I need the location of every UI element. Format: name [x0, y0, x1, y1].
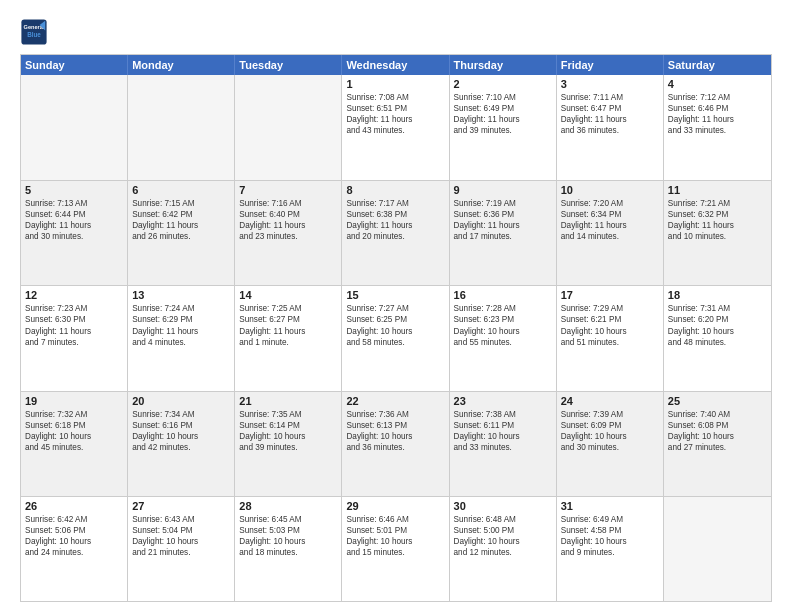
cell-line: Sunrise: 7:19 AM [454, 198, 552, 209]
day-number: 6 [132, 184, 230, 196]
cell-line: and 7 minutes. [25, 337, 123, 348]
cell-line: Sunrise: 6:45 AM [239, 514, 337, 525]
day-number: 19 [25, 395, 123, 407]
cell-line: Daylight: 11 hours [561, 114, 659, 125]
cell-line: Sunset: 6:38 PM [346, 209, 444, 220]
day-number: 22 [346, 395, 444, 407]
cell-line: Sunrise: 6:42 AM [25, 514, 123, 525]
cell-line: Daylight: 10 hours [132, 536, 230, 547]
calendar-cell: 27Sunrise: 6:43 AMSunset: 5:04 PMDayligh… [128, 497, 235, 601]
cell-line: Sunset: 6:29 PM [132, 314, 230, 325]
cell-line: Sunset: 6:44 PM [25, 209, 123, 220]
header: General Blue [20, 18, 772, 46]
calendar-header-cell: Saturday [664, 55, 771, 75]
calendar-cell: 8Sunrise: 7:17 AMSunset: 6:38 PMDaylight… [342, 181, 449, 285]
calendar-cell: 24Sunrise: 7:39 AMSunset: 6:09 PMDayligh… [557, 392, 664, 496]
calendar-cell: 15Sunrise: 7:27 AMSunset: 6:25 PMDayligh… [342, 286, 449, 390]
cell-line: Sunrise: 7:13 AM [25, 198, 123, 209]
calendar-week: 19Sunrise: 7:32 AMSunset: 6:18 PMDayligh… [21, 391, 771, 496]
cell-line: Sunset: 6:47 PM [561, 103, 659, 114]
cell-line: and 36 minutes. [561, 125, 659, 136]
cell-line: Sunset: 6:40 PM [239, 209, 337, 220]
cell-line: and 30 minutes. [25, 231, 123, 242]
day-number: 4 [668, 78, 767, 90]
cell-line: Sunset: 6:42 PM [132, 209, 230, 220]
cell-line: and 43 minutes. [346, 125, 444, 136]
cell-line: Daylight: 10 hours [561, 326, 659, 337]
day-number: 7 [239, 184, 337, 196]
calendar-cell: 25Sunrise: 7:40 AMSunset: 6:08 PMDayligh… [664, 392, 771, 496]
calendar-cell: 22Sunrise: 7:36 AMSunset: 6:13 PMDayligh… [342, 392, 449, 496]
calendar-header-cell: Monday [128, 55, 235, 75]
cell-line: Sunrise: 7:08 AM [346, 92, 444, 103]
cell-line: Daylight: 10 hours [346, 536, 444, 547]
day-number: 16 [454, 289, 552, 301]
cell-line: and 27 minutes. [668, 442, 767, 453]
cell-line: Sunset: 5:01 PM [346, 525, 444, 536]
cell-line: Sunrise: 6:43 AM [132, 514, 230, 525]
cell-line: Daylight: 11 hours [239, 326, 337, 337]
cell-line: Daylight: 10 hours [346, 326, 444, 337]
cell-line: Sunset: 6:30 PM [25, 314, 123, 325]
cell-line: and 17 minutes. [454, 231, 552, 242]
cell-line: Daylight: 10 hours [668, 326, 767, 337]
cell-line: Sunset: 6:09 PM [561, 420, 659, 431]
cell-line: and 1 minute. [239, 337, 337, 348]
calendar-cell [21, 75, 128, 180]
page: General Blue SundayMondayTuesdayWednesda… [0, 0, 792, 612]
cell-line: Sunset: 6:46 PM [668, 103, 767, 114]
day-number: 11 [668, 184, 767, 196]
cell-line: Daylight: 11 hours [668, 114, 767, 125]
calendar-header-cell: Tuesday [235, 55, 342, 75]
calendar-cell: 11Sunrise: 7:21 AMSunset: 6:32 PMDayligh… [664, 181, 771, 285]
calendar-cell: 3Sunrise: 7:11 AMSunset: 6:47 PMDaylight… [557, 75, 664, 180]
day-number: 8 [346, 184, 444, 196]
calendar-cell: 20Sunrise: 7:34 AMSunset: 6:16 PMDayligh… [128, 392, 235, 496]
cell-line: Sunrise: 7:35 AM [239, 409, 337, 420]
cell-line: Sunrise: 7:16 AM [239, 198, 337, 209]
cell-line: and 20 minutes. [346, 231, 444, 242]
cell-line: Daylight: 11 hours [346, 114, 444, 125]
calendar-cell: 12Sunrise: 7:23 AMSunset: 6:30 PMDayligh… [21, 286, 128, 390]
cell-line: and 10 minutes. [668, 231, 767, 242]
calendar-cell [128, 75, 235, 180]
cell-line: and 42 minutes. [132, 442, 230, 453]
calendar-header-cell: Wednesday [342, 55, 449, 75]
cell-line: Daylight: 11 hours [132, 220, 230, 231]
cell-line: Sunset: 5:06 PM [25, 525, 123, 536]
calendar-cell: 23Sunrise: 7:38 AMSunset: 6:11 PMDayligh… [450, 392, 557, 496]
cell-line: Daylight: 11 hours [454, 220, 552, 231]
cell-line: and 51 minutes. [561, 337, 659, 348]
cell-line: Sunset: 6:18 PM [25, 420, 123, 431]
cell-line: Sunset: 6:16 PM [132, 420, 230, 431]
day-number: 20 [132, 395, 230, 407]
cell-line: Daylight: 10 hours [668, 431, 767, 442]
calendar-cell: 9Sunrise: 7:19 AMSunset: 6:36 PMDaylight… [450, 181, 557, 285]
cell-line: Daylight: 11 hours [561, 220, 659, 231]
cell-line: Sunrise: 7:27 AM [346, 303, 444, 314]
calendar-cell: 19Sunrise: 7:32 AMSunset: 6:18 PMDayligh… [21, 392, 128, 496]
cell-line: Daylight: 11 hours [132, 326, 230, 337]
cell-line: Sunrise: 7:15 AM [132, 198, 230, 209]
cell-line: Sunset: 6:25 PM [346, 314, 444, 325]
cell-line: Sunset: 6:13 PM [346, 420, 444, 431]
calendar-week: 5Sunrise: 7:13 AMSunset: 6:44 PMDaylight… [21, 180, 771, 285]
cell-line: Daylight: 10 hours [25, 536, 123, 547]
day-number: 25 [668, 395, 767, 407]
cell-line: Sunset: 6:49 PM [454, 103, 552, 114]
calendar-cell: 30Sunrise: 6:48 AMSunset: 5:00 PMDayligh… [450, 497, 557, 601]
calendar-cell: 28Sunrise: 6:45 AMSunset: 5:03 PMDayligh… [235, 497, 342, 601]
cell-line: Sunrise: 7:10 AM [454, 92, 552, 103]
day-number: 27 [132, 500, 230, 512]
cell-line: Sunrise: 6:48 AM [454, 514, 552, 525]
cell-line: Sunrise: 6:46 AM [346, 514, 444, 525]
day-number: 31 [561, 500, 659, 512]
calendar-week: 1Sunrise: 7:08 AMSunset: 6:51 PMDaylight… [21, 75, 771, 180]
day-number: 13 [132, 289, 230, 301]
cell-line: and 55 minutes. [454, 337, 552, 348]
cell-line: Sunrise: 7:21 AM [668, 198, 767, 209]
cell-line: Sunset: 6:23 PM [454, 314, 552, 325]
cell-line: and 45 minutes. [25, 442, 123, 453]
day-number: 26 [25, 500, 123, 512]
cell-line: and 33 minutes. [454, 442, 552, 453]
